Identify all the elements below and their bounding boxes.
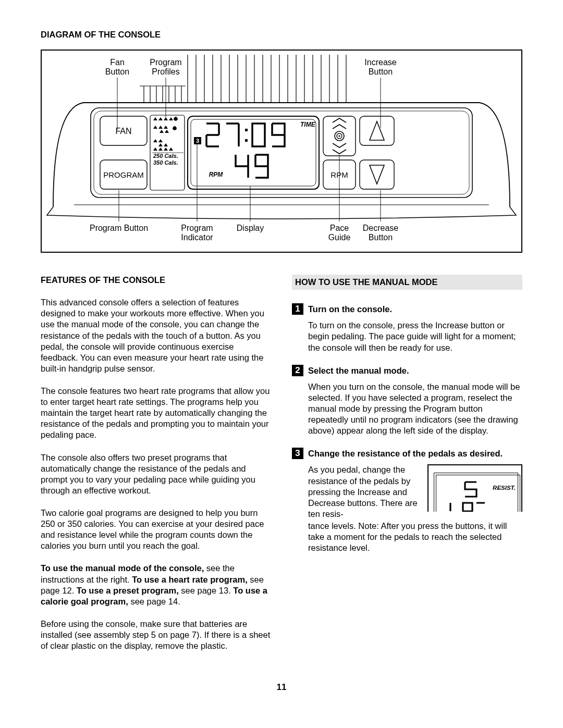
svg-text:Indicator: Indicator [181,233,213,242]
svg-text:Button: Button [369,67,393,76]
svg-text:Program: Program [150,58,181,67]
features-p4: Two calorie goal programs are designed t… [41,508,271,551]
manual-column: HOW TO USE THE MANUAL MODE 1 Turn on the… [292,275,522,663]
svg-rect-50 [188,116,319,189]
svg-marker-55 [169,117,173,120]
features-column: FEATURES OF THE CONSOLE This advanced co… [41,275,271,663]
manual-heading: HOW TO USE THE MANUAL MODE [292,275,522,290]
features-p3: The console also offers two preset progr… [41,452,271,496]
svg-marker-63 [158,143,163,146]
svg-text:FAN: FAN [115,127,131,135]
svg-marker-68 [169,147,173,151]
resist-label: RESIST. [493,484,516,492]
step-2-title: Select the manual mode. [308,365,409,376]
svg-text:Decrease: Decrease [363,224,399,232]
p5-a: To use the manual mode of the console, [41,563,204,573]
svg-text:Program: Program [181,224,213,232]
step-2-num: 2 [292,365,303,376]
step-1-num: 1 [292,303,303,315]
svg-marker-59 [160,130,164,133]
svg-marker-67 [164,147,168,151]
svg-marker-65 [153,147,157,151]
p5-e: To use a preset program, [77,586,179,595]
svg-marker-57 [158,126,163,129]
svg-text:3: 3 [196,138,199,144]
svg-marker-53 [158,117,163,120]
features-p1: This advanced console offers a selection… [41,297,271,374]
svg-text:Profiles: Profiles [152,67,179,76]
features-p2: The console features two heart rate prog… [41,386,271,441]
svg-marker-66 [158,147,163,151]
svg-text:Pace: Pace [330,224,349,232]
svg-rect-74 [245,139,248,142]
svg-marker-61 [153,139,157,142]
svg-rect-6 [91,108,472,198]
svg-marker-41 [370,121,384,140]
step-3-num: 3 [292,448,303,459]
step-2-body: When you turn on the console, the manual… [308,381,522,437]
svg-marker-56 [153,126,157,129]
step-3-title: Change the resistance of the pedals as d… [308,448,503,459]
features-p6: Before using the console, make sure that… [41,619,271,651]
step-1: 1 Turn on the console. [292,303,522,315]
p5-c: To use a heart rate program, [132,575,248,584]
svg-marker-64 [164,143,168,146]
svg-marker-54 [164,117,168,120]
svg-marker-62 [158,139,163,142]
step-1-body: To turn on the console, press the Increa… [308,320,522,353]
svg-text:Increase: Increase [364,58,396,67]
step-3-body-b: tance levels. Note: After you press the … [308,521,522,553]
svg-text:Program Button: Program Button [90,224,148,232]
features-heading: FEATURES OF THE CONSOLE [41,275,271,286]
svg-marker-43 [370,165,384,184]
svg-text:Button: Button [105,67,129,76]
step-1-title: Turn on the console. [308,303,392,315]
svg-text:350 Cals.: 350 Cals. [153,159,178,166]
console-diagram: Fan Button Program Profiles Increase But… [41,50,522,253]
step-2: 2 Select the manual mode. [292,365,522,376]
resist-mini-display: RESIST. [427,464,522,512]
svg-marker-58 [164,126,168,129]
svg-text:Button: Button [369,233,393,242]
diagram-title: DIAGRAM OF THE CONSOLE [41,29,522,40]
svg-text:PROGRAM: PROGRAM [103,170,144,179]
step-3: 3 Change the resistance of the pedals as… [292,448,522,459]
svg-rect-73 [245,129,248,131]
svg-text:RPM: RPM [209,171,224,178]
svg-text:Guide: Guide [328,233,351,242]
step-3-body-a: As you pedal, change the resistance of t… [308,464,418,520]
page-number: 11 [41,682,522,693]
svg-text:Fan: Fan [110,58,125,67]
svg-text:TIME: TIME [300,121,316,128]
svg-point-49 [338,135,340,137]
p5-f: see page 13. [179,586,234,595]
svg-marker-52 [153,117,157,120]
features-p5: To use the manual mode of the console, s… [41,563,271,607]
p5-h: see page 14. [128,597,180,606]
svg-text:Display: Display [237,224,264,232]
svg-marker-60 [165,130,169,133]
svg-text:250 Cals.: 250 Cals. [153,153,178,159]
